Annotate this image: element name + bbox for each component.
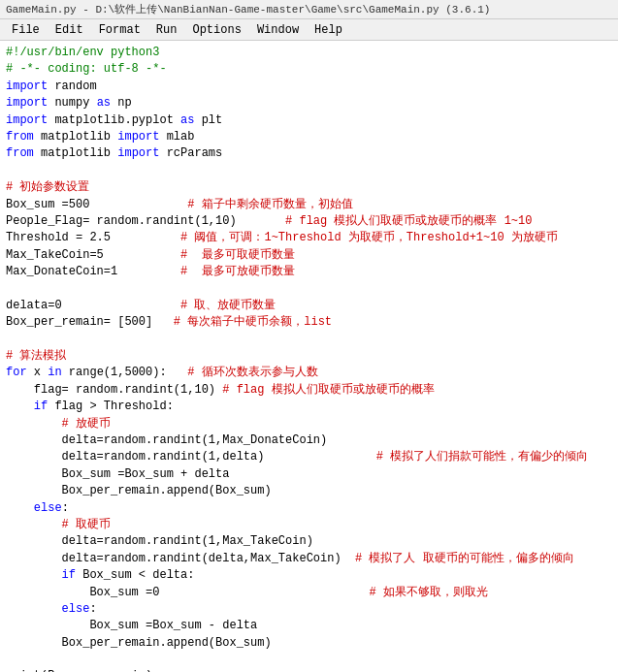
code-line: # -*- coding: utf-8 -*-: [6, 61, 612, 78]
code-line: delta=random.randint(1,Max_DonateCoin): [6, 432, 612, 449]
code-editor[interactable]: #!/usr/bin/env python3 # -*- coding: utf…: [0, 41, 618, 672]
code-line: # 初始参数设置: [6, 179, 612, 196]
code-line: # 放硬币: [6, 416, 612, 432]
code-line: delta=random.randint(1,delta) # 模拟了人们捐款可…: [6, 449, 612, 465]
code-line: Max_TakeCoin=5 # 最多可取硬币数量: [6, 247, 612, 264]
code-line: Box_sum =Box_sum + delta: [6, 466, 612, 483]
title-text: GameMain.py - D:\软件上传\NanBianNan-Game-ma…: [6, 2, 490, 16]
menu-window[interactable]: Window: [249, 21, 307, 39]
code-line: Box_per_remain.append(Box_sum): [6, 635, 612, 652]
code-line: print(Box_per_remain): [6, 668, 612, 672]
code-line: Max_DonateCoin=1 # 最多可放硬币数量: [6, 264, 612, 280]
code-line: if Box_sum < delta:: [6, 567, 612, 584]
code-line: Box_per_remain= [500] # 每次箱子中硬币余额，list: [6, 314, 612, 331]
code-line: import numpy as np: [6, 95, 612, 112]
code-line: if flag > Threshold:: [6, 399, 612, 415]
code-line: import random: [6, 79, 612, 95]
menu-edit[interactable]: Edit: [48, 21, 91, 39]
code-line: [6, 652, 612, 668]
code-line: delta=random.randint(delta,Max_TakeCoin)…: [6, 551, 612, 567]
code-line: Box_per_remain.append(Box_sum): [6, 483, 612, 499]
code-line: [6, 332, 612, 348]
title-bar: GameMain.py - D:\软件上传\NanBianNan-Game-ma…: [0, 0, 618, 19]
menu-format[interactable]: Format: [91, 21, 148, 39]
code-line: from matplotlib import mlab: [6, 129, 612, 145]
code-line: flag= random.randint(1,10) # flag 模拟人们取硬…: [6, 382, 612, 399]
code-line: Box_sum =0 # 如果不够取，则取光: [6, 585, 612, 601]
menu-run[interactable]: Run: [148, 21, 185, 39]
code-line: else:: [6, 500, 612, 517]
code-line: Box_sum =Box_sum - delta: [6, 618, 612, 634]
menu-help[interactable]: Help: [307, 21, 350, 39]
menu-bar: File Edit Format Run Options Window Help: [0, 19, 618, 41]
code-line: #!/usr/bin/env python3: [6, 45, 612, 61]
code-line: [6, 280, 612, 297]
code-line: Box_sum =500 # 箱子中剩余硬币数量，初始值: [6, 197, 612, 213]
code-line: [6, 163, 612, 179]
code-line: import matplotlib.pyplot as plt: [6, 112, 612, 129]
code-line: People_Flag= random.randint(1,10) # flag…: [6, 213, 612, 230]
code-line: delta=random.randint(1,Max_TakeCoin): [6, 533, 612, 550]
code-line: for x in range(1,5000): # 循环次数表示参与人数: [6, 365, 612, 381]
code-line: from matplotlib import rcParams: [6, 145, 612, 162]
menu-file[interactable]: File: [4, 21, 48, 39]
code-line: delata=0 # 取、放硬币数量: [6, 298, 612, 314]
menu-options[interactable]: Options: [184, 21, 248, 39]
code-line: # 算法模拟: [6, 348, 612, 365]
code-line: Threshold = 2.5 # 阈值，可调：1~Threshold 为取硬币…: [6, 230, 612, 246]
code-line: # 取硬币: [6, 517, 612, 533]
code-line: else:: [6, 601, 612, 618]
